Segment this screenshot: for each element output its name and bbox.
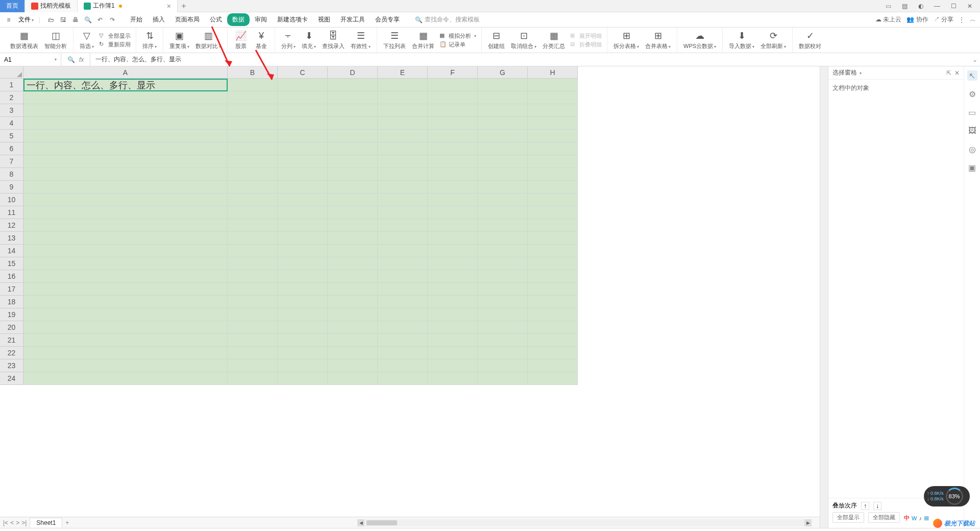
cell[interactable] bbox=[328, 359, 378, 372]
cell[interactable] bbox=[23, 359, 228, 372]
cell[interactable] bbox=[278, 91, 328, 104]
cell[interactable] bbox=[328, 117, 378, 130]
cell[interactable] bbox=[278, 334, 328, 347]
simulate-button[interactable]: ▦模拟分析▾ bbox=[439, 32, 476, 40]
cell[interactable] bbox=[23, 232, 228, 245]
menu-insert[interactable]: 插入 bbox=[148, 13, 170, 26]
cell[interactable] bbox=[478, 308, 528, 321]
vertical-scrollbar[interactable] bbox=[820, 66, 828, 528]
cell[interactable] bbox=[378, 232, 428, 245]
cell[interactable] bbox=[23, 245, 228, 257]
row-header[interactable]: 9 bbox=[0, 181, 23, 194]
cell[interactable] bbox=[528, 308, 578, 321]
cell[interactable] bbox=[278, 347, 328, 359]
cell[interactable] bbox=[228, 308, 278, 321]
cell[interactable] bbox=[228, 219, 278, 232]
cell[interactable] bbox=[428, 359, 478, 372]
preview-icon[interactable]: 🔍 bbox=[83, 15, 92, 25]
col-header-d[interactable]: D bbox=[328, 66, 378, 79]
side-tool-6-icon[interactable]: ▣ bbox=[967, 162, 977, 173]
cell[interactable] bbox=[328, 142, 378, 155]
cell[interactable] bbox=[478, 104, 528, 117]
cell[interactable] bbox=[278, 219, 328, 232]
row-header[interactable]: 23 bbox=[0, 359, 23, 372]
cell[interactable] bbox=[278, 270, 328, 283]
scroll-left-icon[interactable]: ◀ bbox=[357, 519, 364, 526]
name-box-dropdown-icon[interactable]: ▾ bbox=[55, 57, 57, 62]
cell[interactable] bbox=[278, 155, 328, 168]
new-tab-button[interactable]: + bbox=[178, 2, 190, 11]
cell[interactable] bbox=[378, 91, 428, 104]
row-header[interactable]: 3 bbox=[0, 104, 23, 117]
cell[interactable] bbox=[228, 372, 278, 385]
cell[interactable] bbox=[478, 130, 528, 142]
save-icon[interactable]: 🖫 bbox=[59, 15, 68, 25]
cell[interactable] bbox=[378, 155, 428, 168]
stock-button[interactable]: 📈股票 bbox=[231, 29, 251, 51]
record-form-button[interactable]: 📋记录单 bbox=[439, 41, 476, 49]
cell[interactable] bbox=[228, 334, 278, 347]
collab-button[interactable]: 👥 协作 bbox=[906, 15, 928, 24]
cell[interactable] bbox=[228, 130, 278, 142]
cell[interactable] bbox=[23, 334, 228, 347]
cell[interactable] bbox=[278, 206, 328, 219]
cell[interactable] bbox=[23, 308, 228, 321]
row-header[interactable]: 15 bbox=[0, 257, 23, 270]
cell[interactable] bbox=[478, 321, 528, 334]
cell[interactable] bbox=[428, 321, 478, 334]
cell[interactable] bbox=[428, 283, 478, 296]
cell[interactable] bbox=[278, 79, 328, 91]
row-header[interactable]: 19 bbox=[0, 308, 23, 321]
cell[interactable] bbox=[328, 232, 378, 245]
refresh-all-button[interactable]: ⟳全部刷新▾ bbox=[757, 29, 789, 51]
cell[interactable] bbox=[228, 283, 278, 296]
cell[interactable] bbox=[328, 321, 378, 334]
ungroup-button[interactable]: ⊡取消组合▾ bbox=[508, 29, 540, 51]
cell[interactable] bbox=[228, 155, 278, 168]
row-header[interactable]: 12 bbox=[0, 219, 23, 232]
cell[interactable] bbox=[528, 155, 578, 168]
cell[interactable] bbox=[528, 270, 578, 283]
cell[interactable] bbox=[228, 347, 278, 359]
cell[interactable] bbox=[528, 79, 578, 91]
tab-workbook[interactable]: 工作簿1 × bbox=[78, 0, 178, 12]
side-tool-3-icon[interactable]: ▭ bbox=[967, 107, 977, 117]
print-icon[interactable]: 🖶 bbox=[71, 15, 80, 25]
cell[interactable] bbox=[328, 270, 378, 283]
cell[interactable] bbox=[228, 232, 278, 245]
more-icon[interactable]: ⋮ bbox=[959, 16, 965, 23]
split-table-button[interactable]: ⊞拆分表格▾ bbox=[610, 29, 642, 51]
cell[interactable] bbox=[23, 270, 228, 283]
fill-button[interactable]: ⬇填充▾ bbox=[299, 29, 319, 51]
cell[interactable] bbox=[328, 206, 378, 219]
cell[interactable] bbox=[378, 308, 428, 321]
cell[interactable] bbox=[23, 104, 228, 117]
cell[interactable] bbox=[478, 334, 528, 347]
sheet-tab-1[interactable]: Sheet1 bbox=[30, 518, 62, 527]
search-input-button[interactable]: 🗄查找录入 bbox=[319, 29, 348, 51]
cell[interactable] bbox=[478, 181, 528, 194]
cell[interactable] bbox=[528, 168, 578, 181]
cell[interactable] bbox=[478, 219, 528, 232]
show-all-button[interactable]: 全部显示 bbox=[832, 512, 864, 523]
side-tool-5-icon[interactable]: ◎ bbox=[967, 144, 977, 154]
close-window-button[interactable]: ✕ bbox=[964, 1, 976, 11]
cell[interactable] bbox=[428, 334, 478, 347]
menu-data[interactable]: 数据 bbox=[227, 13, 250, 26]
tab-template[interactable]: 找稻壳模板 bbox=[25, 0, 78, 12]
cell[interactable] bbox=[278, 168, 328, 181]
cell[interactable] bbox=[278, 232, 328, 245]
cell[interactable] bbox=[228, 245, 278, 257]
cell[interactable] bbox=[378, 257, 428, 270]
cell[interactable] bbox=[478, 117, 528, 130]
collapse-detail-button[interactable]: ⊟折叠明细 bbox=[570, 41, 602, 49]
cell[interactable] bbox=[328, 104, 378, 117]
cell[interactable] bbox=[328, 334, 378, 347]
col-header-f[interactable]: F bbox=[428, 66, 478, 79]
cell[interactable] bbox=[278, 142, 328, 155]
cell[interactable] bbox=[528, 130, 578, 142]
cell[interactable] bbox=[23, 155, 228, 168]
cell[interactable] bbox=[23, 142, 228, 155]
cell[interactable] bbox=[228, 142, 278, 155]
validity-button[interactable]: ☰有效性▾ bbox=[348, 29, 374, 51]
